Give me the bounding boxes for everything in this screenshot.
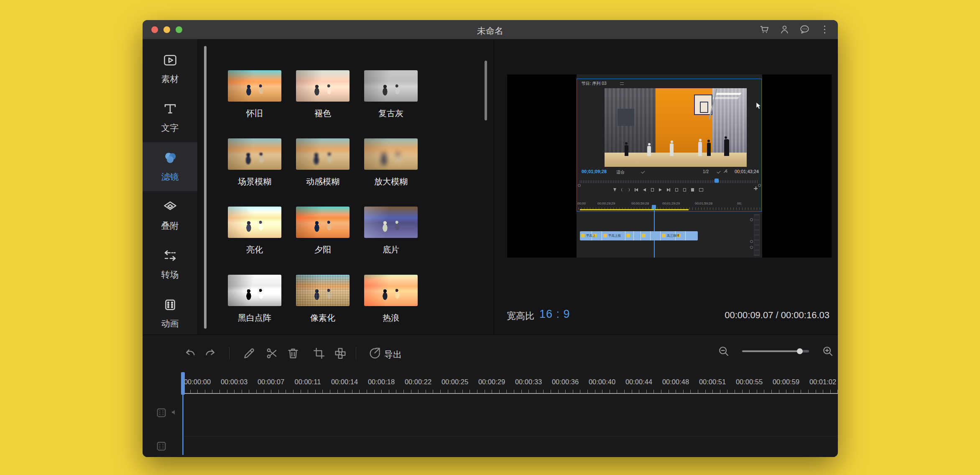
filter-thumbnail[interactable] [296, 70, 350, 102]
filter-item[interactable]: 褪色 [296, 70, 350, 138]
recording-ruler-label: 00;00 [577, 202, 586, 205]
preview-panel: 节目: 序列 03 [494, 39, 838, 335]
account-icon[interactable] [779, 24, 790, 37]
wrench-icon [722, 169, 728, 175]
filter-thumbnail[interactable] [296, 275, 350, 306]
audio-meter [754, 214, 760, 256]
delete-trash-button[interactable] [286, 346, 300, 362]
program-monitor-title: 节目: 序列 03 [582, 81, 606, 87]
clip-label: 高三练球 [667, 234, 679, 238]
cut-scissors-button[interactable] [265, 346, 279, 362]
filter-item[interactable]: 动感模糊 [296, 138, 350, 207]
clip-label: 平高上 [586, 234, 596, 238]
sidebar-item-transition[interactable]: 转场 [143, 240, 197, 289]
filter-item[interactable]: 像素化 [296, 275, 350, 343]
filter-thumbnail[interactable] [228, 70, 281, 102]
filter-item[interactable]: 场景模糊 [228, 138, 281, 207]
feedback-chat-icon[interactable] [799, 24, 810, 37]
panel-menu-icon [620, 82, 624, 85]
recording-transport-icons [613, 187, 714, 192]
transition-arrows-icon [163, 248, 178, 265]
filter-thumbnail[interactable] [364, 207, 418, 238]
filter-item[interactable]: 怀旧 [228, 70, 281, 138]
sidebar-item-label: 叠附 [161, 220, 179, 232]
ruler-label: 00:01:02 [804, 378, 838, 386]
ruler-label: 00:00:55 [731, 378, 768, 386]
screen-recording-frame: 节目: 序列 03 [577, 74, 762, 258]
video-track-icon [155, 406, 168, 421]
zoom-in-button[interactable] [822, 345, 834, 359]
track-area [143, 396, 838, 457]
filter-grid: 怀旧 褪色 复古灰 场景模糊 动感模糊 放大模糊 亮化 夕阳 底片 黑白点阵 像… [228, 70, 418, 343]
sidebar-item-text[interactable]: 文字 [143, 93, 197, 142]
ruler-label: 00:00:36 [547, 378, 584, 386]
title-bar: 未命名 [143, 20, 838, 39]
filter-item[interactable]: 热浪 [364, 275, 418, 343]
filter-item[interactable]: 夕阳 [296, 207, 350, 275]
filter-thumbnail[interactable] [228, 207, 281, 238]
ruler-label: 00:00:51 [694, 378, 731, 386]
filter-item[interactable]: 亮化 [228, 207, 281, 275]
filter-item[interactable]: 复古灰 [364, 70, 418, 138]
basketball-clip [605, 88, 747, 167]
filter-thumbnail[interactable] [364, 70, 418, 102]
undo-button[interactable] [184, 346, 198, 362]
store-cart-icon[interactable] [759, 24, 770, 37]
sidebar-item-label: 素材 [161, 73, 179, 85]
track-divider [183, 436, 838, 437]
recording-playhead-cap [652, 205, 656, 209]
timeline-playhead-handle[interactable] [181, 372, 185, 395]
zoom-out-button[interactable] [717, 345, 730, 359]
recording-resolution-dropdown: 1/2 [703, 169, 709, 174]
export-button[interactable]: 导出 [384, 349, 402, 360]
recording-fit-dropdown: 适合 [616, 169, 625, 175]
filter-item[interactable]: 放大模糊 [364, 138, 418, 207]
overlay-layers-icon [163, 199, 178, 216]
ruler-label: 00:00:29 [473, 378, 510, 386]
basketball-hoop [694, 94, 712, 115]
sidebar-item-filter[interactable]: 滤镜 [143, 142, 197, 191]
filter-thumbnail[interactable] [228, 275, 281, 306]
filter-thumbnail[interactable] [296, 138, 350, 170]
edit-pencil-button[interactable] [242, 346, 256, 362]
sidebar-item-label: 文字 [161, 122, 179, 134]
recording-scrub-thumb [715, 179, 719, 183]
chevron-down-icon [641, 170, 645, 174]
recording-clip-track: 平高上 平高上投 高三练球 [580, 231, 698, 240]
video-track-icon [155, 440, 168, 454]
filter-thumbnail[interactable] [228, 138, 281, 170]
toolbar-divider [356, 347, 356, 360]
mouse-cursor [756, 102, 761, 111]
sidebar-item-animation[interactable]: 动画 [143, 289, 197, 335]
filter-icon [163, 151, 178, 167]
zoom-slider-thumb[interactable] [797, 348, 803, 354]
redo-button[interactable] [203, 346, 217, 362]
timeline-ruler[interactable]: 00:00:00 00:00:03 00:00:07 00:00:11 00:0… [143, 378, 838, 397]
timeline-playhead-line [182, 395, 184, 455]
aspect-ratio-value[interactable]: 16 : 9 [539, 308, 570, 321]
crop-button[interactable] [312, 346, 326, 362]
ruler-label: 00:00:03 [216, 378, 253, 386]
more-menu-icon[interactable] [819, 24, 830, 37]
ruler-label: 00:00:25 [436, 378, 473, 386]
scrub-end-right [758, 184, 761, 187]
chevron-down-icon [717, 170, 720, 174]
sidebar-item-overlay[interactable]: 叠附 [143, 191, 197, 240]
filter-thumbnail[interactable] [364, 138, 418, 170]
sidebar-item-media[interactable]: 素材 [143, 44, 197, 93]
track-mute-icon[interactable] [170, 408, 179, 418]
panel-right-scrollbar[interactable] [485, 61, 487, 120]
timeline-zoom-slider[interactable] [742, 350, 809, 352]
ruler-label: 00:00:40 [584, 378, 620, 386]
export-icon[interactable] [368, 346, 382, 362]
panel-left-scrollbar[interactable] [204, 46, 207, 329]
app-window: 未命名 素材 文字 [143, 20, 838, 457]
ruler-label: 00:00:33 [510, 378, 547, 386]
filter-item[interactable]: 底片 [364, 207, 418, 275]
filter-thumbnail[interactable] [364, 275, 418, 306]
ruler-label: 00:00:59 [768, 378, 804, 386]
mosaic-button[interactable] [333, 346, 347, 362]
filter-item[interactable]: 黑白点阵 [228, 275, 281, 343]
filter-thumbnail[interactable] [296, 207, 350, 238]
ruler-label: 00:00:22 [400, 378, 436, 386]
